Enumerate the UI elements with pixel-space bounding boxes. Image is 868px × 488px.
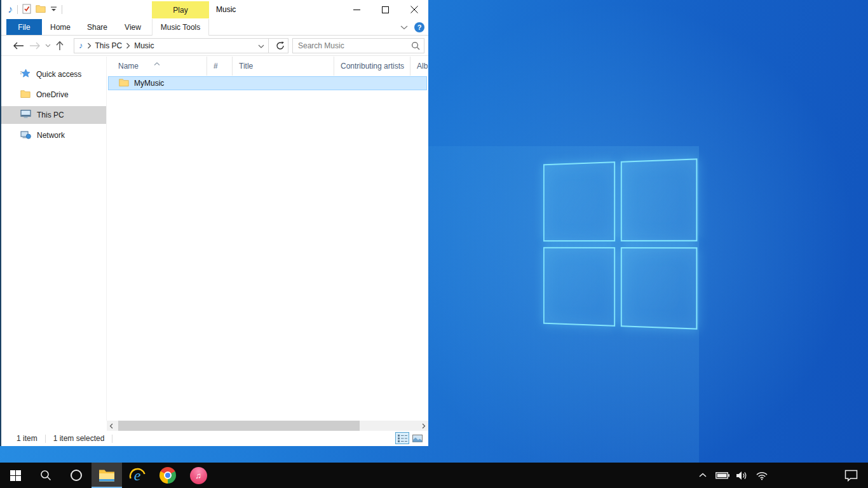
address-dropdown-icon[interactable] [258, 41, 264, 50]
scrollbar-track[interactable] [116, 421, 419, 431]
tab-file[interactable]: File [6, 19, 42, 35]
breadcrumb-this-pc[interactable]: This PC [95, 41, 123, 50]
windows-logo-pane [620, 247, 697, 330]
maximize-button[interactable] [371, 0, 400, 19]
breadcrumb-chevron-icon [126, 43, 130, 49]
divider [268, 39, 269, 53]
search-icon[interactable] [407, 41, 424, 50]
network-computer-icon [20, 130, 31, 141]
quick-access-star-icon [20, 69, 31, 80]
column-header-album[interactable]: Alb [410, 57, 428, 76]
taskbar: e ♫ [0, 463, 868, 488]
file-name: MyMusic [134, 79, 164, 88]
main-area: Quick access OneDrive This PC [1, 57, 428, 421]
title-bar: ♪ Play Music [1, 0, 428, 19]
column-label: Contributing artists [341, 62, 404, 71]
sidebar-item-label: Quick access [36, 70, 81, 79]
windows-logo [543, 158, 698, 329]
search-box[interactable] [292, 38, 424, 53]
location-music-icon: ♪ [79, 41, 83, 50]
itunes-icon[interactable]: ♫ [183, 463, 214, 488]
column-label: # [214, 62, 218, 71]
search-input[interactable] [293, 41, 407, 50]
taskbar-file-explorer-icon[interactable] [92, 463, 122, 488]
item-count: 1 item [17, 434, 37, 443]
scrollbar-thumb[interactable] [118, 421, 360, 431]
file-list: Name # Title Contributing artists [107, 57, 428, 421]
navigation-bar: ♪ This PC Music [1, 36, 428, 56]
tab-home[interactable]: Home [42, 19, 79, 35]
sidebar-item-this-pc[interactable]: This PC [1, 106, 106, 124]
sidebar-item-onedrive[interactable]: OneDrive [1, 86, 106, 104]
status-bar: 1 item 1 item selected [1, 431, 428, 446]
scroll-right-icon[interactable] [419, 421, 428, 431]
action-center-icon[interactable] [844, 463, 858, 488]
horizontal-scrollbar[interactable] [107, 421, 428, 431]
column-label: Title [239, 62, 253, 71]
scroll-left-icon[interactable] [107, 421, 116, 431]
sidebar-item-label: Network [37, 131, 65, 140]
cortana-icon[interactable] [61, 463, 92, 488]
onedrive-folder-icon [20, 90, 31, 100]
recent-locations-dropdown-icon[interactable] [43, 37, 52, 54]
windows-logo-pane [543, 161, 615, 241]
contextual-tab-group-header: Play [152, 1, 209, 18]
volume-icon[interactable] [735, 463, 749, 488]
file-row-mymusic[interactable]: MyMusic [108, 76, 427, 90]
customize-quick-access-icon[interactable] [50, 5, 57, 14]
address-bar[interactable]: ♪ This PC Music [74, 38, 288, 53]
ribbon-tabs: File Home Share View Music Tools ? [1, 19, 428, 36]
back-button[interactable] [10, 37, 27, 54]
forward-button[interactable] [27, 37, 43, 54]
divider [62, 5, 62, 14]
sort-ascending-icon [154, 58, 160, 67]
column-header-contributing-artists[interactable]: Contributing artists [334, 57, 410, 76]
battery-icon[interactable] [715, 463, 729, 488]
internet-explorer-icon[interactable]: e [122, 463, 153, 488]
sidebar-item-label: OneDrive [36, 90, 69, 99]
column-header-title[interactable]: Title [233, 57, 334, 76]
view-toggle-buttons [395, 432, 424, 444]
tab-view[interactable]: View [116, 19, 150, 35]
folder-icon [119, 78, 129, 89]
divider [45, 435, 46, 443]
thumbnails-view-button[interactable] [410, 432, 424, 444]
sidebar-item-label: This PC [37, 111, 64, 119]
column-label: Alb [417, 62, 428, 71]
taskbar-search-icon[interactable] [31, 463, 61, 488]
divider [112, 435, 112, 443]
column-header-number[interactable]: # [207, 57, 233, 76]
tab-share[interactable]: Share [79, 19, 116, 35]
window-title: Music [216, 0, 236, 19]
divider [17, 5, 18, 14]
music-note-window-icon: ♪ [8, 4, 13, 15]
wifi-icon[interactable] [755, 463, 769, 488]
ribbon-collapse-icon[interactable] [400, 23, 408, 32]
file-explorer-window: ♪ Play Music [0, 0, 428, 446]
tray-expand-icon[interactable] [696, 463, 710, 488]
selection-count: 1 item selected [53, 434, 105, 443]
start-button[interactable] [0, 463, 31, 488]
sidebar-item-quick-access[interactable]: Quick access [1, 65, 106, 83]
new-folder-icon[interactable] [36, 4, 46, 15]
column-headers: Name # Title Contributing artists [107, 57, 428, 76]
tab-music-tools[interactable]: Music Tools [152, 19, 209, 36]
column-header-name[interactable]: Name [107, 57, 207, 76]
ribbon-right-controls: ? [400, 19, 424, 36]
details-view-button[interactable] [395, 432, 409, 444]
svg-text:e: e [134, 467, 141, 484]
screen: ♪ Play Music [0, 0, 868, 488]
close-button[interactable] [400, 0, 428, 19]
windows-logo-pane [620, 158, 697, 241]
breadcrumb-chevron-icon [87, 43, 92, 49]
help-icon[interactable]: ? [414, 22, 424, 32]
sidebar-item-network[interactable]: Network [1, 126, 106, 144]
navigation-pane: Quick access OneDrive This PC [1, 57, 107, 421]
breadcrumb-music[interactable]: Music [134, 41, 154, 50]
properties-icon[interactable] [22, 4, 31, 16]
up-button[interactable] [52, 37, 67, 54]
refresh-icon[interactable] [273, 39, 288, 53]
minimize-button[interactable] [342, 0, 371, 19]
chrome-icon[interactable] [153, 463, 183, 488]
this-pc-monitor-icon [20, 109, 31, 121]
